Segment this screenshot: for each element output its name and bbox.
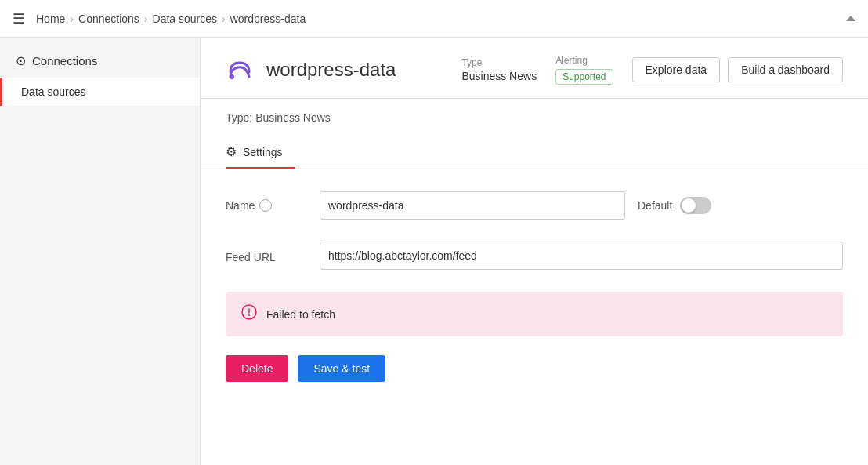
breadcrumb-current: wordpress-data — [230, 13, 306, 25]
breadcrumb-connections[interactable]: Connections — [78, 13, 139, 25]
type-label: Type — [461, 57, 537, 68]
save-test-button[interactable]: Save & test — [298, 355, 385, 382]
main-content: wordpress-data Type Business News Alerti… — [201, 38, 868, 465]
page-header: wordpress-data Type Business News Alerti… — [201, 38, 868, 99]
tab-settings[interactable]: ⚙ Settings — [226, 136, 295, 169]
collapse-icon[interactable] — [846, 16, 855, 21]
name-input[interactable] — [320, 191, 625, 220]
tab-settings-label: Settings — [243, 146, 283, 158]
supported-badge: Supported — [555, 69, 613, 85]
sidebar: ⊙ Connections Data sources — [0, 38, 201, 465]
settings-tab-icon: ⚙ — [226, 144, 237, 159]
name-row: Name i Default — [226, 191, 843, 220]
sub-header-text: Type: Business News — [226, 111, 331, 124]
sidebar-item-datasources-label: Data sources — [21, 85, 85, 98]
topbar: ☰ Home › Connections › Data sources › wo… — [0, 0, 868, 38]
datasource-icon — [226, 53, 254, 85]
error-message: Failed to fetch — [266, 308, 335, 321]
sidebar-item-datasources[interactable]: Data sources — [0, 78, 200, 106]
name-label: Name — [226, 199, 255, 212]
svg-point-3 — [248, 314, 250, 316]
alerting-label: Alerting — [555, 55, 613, 66]
build-dashboard-button[interactable]: Build a dashboard — [728, 57, 843, 82]
breadcrumb-home[interactable]: Home — [36, 13, 65, 25]
page-header-actions: Explore data Build a dashboard — [632, 57, 843, 82]
form-area: Name i Default Feed URL — [201, 169, 868, 404]
layout: ⊙ Connections Data sources wordpress-dat… — [0, 38, 868, 465]
breadcrumb-sep-1: › — [70, 13, 74, 25]
feed-url-input[interactable] — [320, 242, 843, 270]
explore-data-button[interactable]: Explore data — [632, 57, 721, 82]
breadcrumb-sep-2: › — [144, 13, 148, 25]
error-icon — [241, 304, 257, 324]
sidebar-section-connections[interactable]: ⊙ Connections — [0, 44, 200, 78]
feed-url-row: Feed URL — [226, 242, 843, 270]
alerting-block: Alerting Supported — [555, 55, 613, 85]
name-info-icon[interactable]: i — [259, 199, 272, 212]
type-block: Type Business News — [461, 57, 537, 82]
breadcrumb-datasources[interactable]: Data sources — [153, 13, 217, 25]
toggle-thumb — [682, 198, 696, 213]
type-value: Business News — [461, 70, 537, 82]
name-label-container: Name i — [226, 199, 320, 212]
sidebar-section-label: Connections — [32, 54, 97, 67]
form-actions: Delete Save & test — [226, 355, 843, 382]
default-label: Default — [638, 199, 672, 212]
error-banner: Failed to fetch — [226, 292, 843, 336]
feed-url-label: Feed URL — [226, 248, 320, 263]
svg-point-0 — [230, 74, 234, 79]
datasource-title: wordpress-data — [266, 59, 396, 81]
sub-header: Type: Business News — [201, 99, 868, 136]
tabs-bar: ⚙ Settings — [201, 136, 868, 169]
hamburger-icon[interactable]: ☰ — [13, 10, 25, 27]
connections-icon: ⊙ — [16, 53, 26, 68]
default-toggle[interactable] — [680, 197, 711, 214]
delete-button[interactable]: Delete — [226, 355, 288, 382]
breadcrumb-sep-3: › — [222, 13, 226, 25]
